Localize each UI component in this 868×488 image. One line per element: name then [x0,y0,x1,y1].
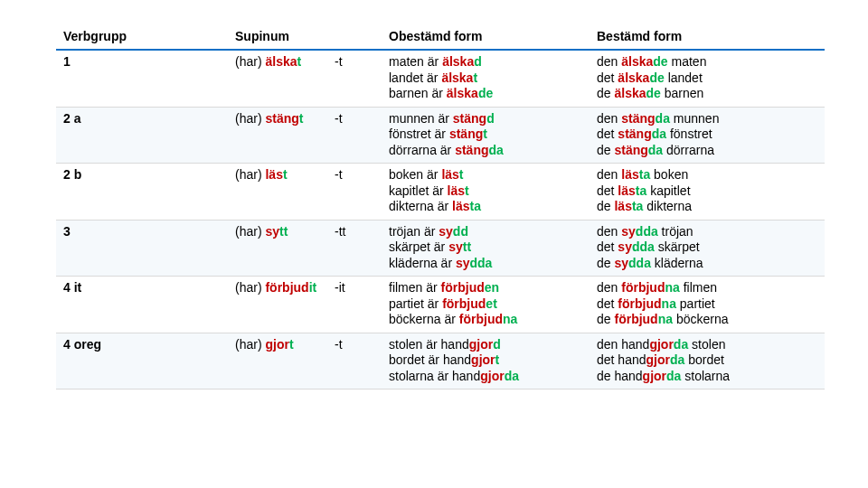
cell-group: 2 a [56,107,228,164]
cell-suffix: -tt [327,220,382,277]
page-wrap: Verbgrupp Supinum Obestämd form Bestämd … [0,0,868,399]
cell-supinum: (har) sytt [228,220,327,277]
cell-suffix: -t [327,107,382,164]
table-row: 4 oreg(har) gjort-tstolen är handgjordbo… [56,333,825,389]
cell-supinum: (har) läst [228,164,327,221]
table-row: 2 b(har) läst-tboken är lästkapitlet är … [56,164,825,221]
cell-definite: den stängda munnendet stängda fönstretde… [590,107,825,164]
cell-suffix: -t [327,333,382,389]
cell-supinum: (har) förbjudit [228,277,327,333]
table-row: 2 a(har) stängt-tmunnen är stängdfönstre… [56,107,825,164]
cell-supinum: (har) gjort [228,333,327,389]
cell-indefinite: tröjan är syddskärpet är syttkläderna är… [382,220,590,277]
cell-definite: den handgjorda stolendet handgjorda bord… [590,333,825,389]
header-supinum: Supinum [228,23,382,50]
header-group: Verbgrupp [56,23,228,50]
cell-indefinite: stolen är handgjordbordet är handgjortst… [382,333,590,389]
cell-definite: den sydda tröjandet sydda skärpetde sydd… [590,220,825,277]
cell-group: 2 b [56,164,228,221]
table-row: 4 it(har) förbjudit-itfilmen är förbjude… [56,277,825,333]
cell-indefinite: filmen är förbjudenpartiet är förbjudetb… [382,277,590,333]
cell-indefinite: maten är älskadlandet är älskatbarnen är… [382,50,590,107]
cell-suffix: -it [327,277,382,333]
cell-definite: den förbjudna filmendet förbjudna partie… [590,277,825,333]
cell-supinum: (har) stängt [228,107,327,164]
cell-supinum: (har) älskat [228,50,327,107]
cell-group: 3 [56,220,228,277]
cell-definite: den lästa bokendet lästa kapitletde läst… [590,164,825,221]
header-def: Bestämd form [590,23,825,50]
table-header-row: Verbgrupp Supinum Obestämd form Bestämd … [56,23,825,50]
cell-suffix: -t [327,50,382,107]
table-row: 3(har) sytt-tttröjan är syddskärpet är s… [56,220,825,277]
cell-indefinite: munnen är stängdfönstret är stängtdörrar… [382,107,590,164]
table-body: 1(har) älskat-tmaten är älskadlandet är … [56,50,825,389]
cell-group: 4 oreg [56,333,228,389]
cell-definite: den älskade matendet älskade landetde äl… [590,50,825,107]
cell-suffix: -t [327,164,382,221]
cell-group: 4 it [56,277,228,333]
header-indef: Obestämd form [382,23,590,50]
table-row: 1(har) älskat-tmaten är älskadlandet är … [56,50,825,107]
cell-indefinite: boken är lästkapitlet är lästdikterna är… [382,164,590,221]
conjugation-table: Verbgrupp Supinum Obestämd form Bestämd … [56,23,825,389]
cell-group: 1 [56,50,228,107]
